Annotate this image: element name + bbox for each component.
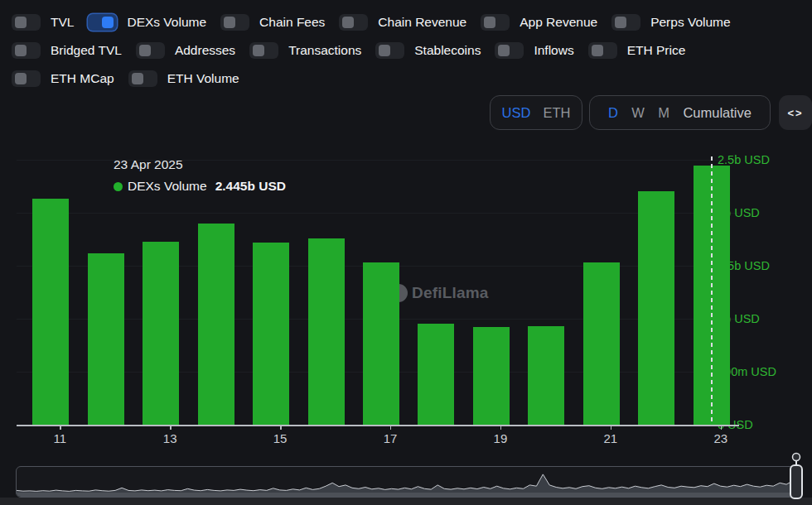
volume-bar-apr-21[interactable]: [583, 262, 620, 425]
option-usd[interactable]: USD: [497, 105, 536, 121]
defillama-watermark: DefiLlama: [389, 284, 489, 302]
toggle-switch-inflows[interactable]: [495, 42, 524, 59]
toggle-knob: [342, 17, 354, 28]
x-axis-tick: [721, 426, 723, 430]
toggle-switch-dexs-volume[interactable]: [88, 14, 117, 31]
crosshair-line: [711, 156, 713, 425]
metric-toggle-eth-volume: ETH Volume: [128, 70, 239, 87]
toggle-switch-transactions[interactable]: [249, 42, 278, 59]
chart-tooltip: 23 Apr 2025 DEXs Volume 2.445b USD: [114, 157, 286, 194]
tooltip-series-name: DEXs Volume: [128, 179, 207, 194]
navigator-right-handle-icon[interactable]: [787, 452, 805, 500]
option-eth[interactable]: ETH: [538, 105, 575, 121]
toggle-switch-addresses[interactable]: [136, 42, 165, 59]
toggle-knob: [15, 45, 27, 56]
volume-bar-apr-22[interactable]: [638, 191, 674, 425]
metric-toggle-eth-price: ETH Price: [588, 42, 686, 59]
toggle-knob: [224, 17, 235, 28]
volume-bar-apr-15[interactable]: [253, 243, 289, 425]
toggle-switch-chain-revenue[interactable]: [339, 14, 368, 31]
toggle-label-bridged-tvl: Bridged TVL: [51, 43, 122, 58]
toggle-label-perps-volume: Perps Volume: [650, 15, 731, 30]
toggle-knob: [15, 17, 27, 28]
toggle-label-chain-revenue: Chain Revenue: [378, 15, 466, 30]
x-axis-label-21: 21: [603, 431, 617, 445]
x-axis-tick: [60, 426, 61, 430]
metric-toggle-inflows: Inflows: [495, 42, 573, 59]
tooltip-value: 2.445b USD: [215, 179, 286, 194]
metric-toggles: TVLDEXs VolumeChain FeesChain RevenueApp…: [12, 12, 745, 97]
toggle-label-tvl: TVL: [51, 15, 74, 30]
range-navigator[interactable]: [16, 466, 801, 498]
x-axis-label-23: 23: [713, 431, 727, 445]
x-axis-tick: [500, 426, 502, 430]
volume-bar-apr-13[interactable]: [143, 242, 179, 425]
option-d[interactable]: D: [603, 105, 623, 121]
toggle-knob: [253, 45, 264, 56]
toggle-label-eth-mcap: ETH MCap: [51, 71, 114, 86]
volume-bar-apr-17[interactable]: [363, 262, 399, 425]
toggle-knob: [132, 73, 143, 84]
x-axis-tick: [390, 426, 392, 430]
x-axis-label-13: 13: [163, 431, 177, 445]
x-axis-tick: [280, 426, 282, 430]
volume-bar-apr-11[interactable]: [32, 199, 69, 425]
metric-toggle-dexs-volume: DEXs Volume: [88, 14, 206, 31]
x-axis-label-19: 19: [494, 431, 508, 445]
toggle-knob: [498, 45, 510, 56]
toggle-switch-eth-mcap[interactable]: [12, 70, 41, 87]
option-w[interactable]: W: [626, 105, 650, 121]
series-dot-icon: [114, 182, 123, 191]
toggle-knob: [615, 17, 626, 28]
volume-bar-apr-19[interactable]: [473, 327, 510, 425]
volume-bar-apr-18[interactable]: [418, 324, 454, 425]
metric-toggle-eth-mcap: ETH MCap: [12, 70, 114, 87]
y-axis-label-2-5b-usd: 2.5b USD: [718, 153, 770, 166]
metric-toggle-app-revenue: App Revenue: [481, 14, 597, 31]
metric-toggle-tvl: TVL: [12, 14, 74, 31]
volume-bar-apr-20[interactable]: [528, 326, 564, 425]
metric-toggle-stablecoins: Stablecoins: [375, 42, 481, 59]
toggle-switch-bridged-tvl[interactable]: [12, 42, 41, 59]
navigator-axis-band: [17, 493, 800, 497]
chart-controls: USDETH DWMCumulative <>: [0, 95, 812, 130]
x-axis-label-11: 11: [53, 431, 66, 445]
gridline: [17, 213, 739, 214]
toggle-switch-app-revenue[interactable]: [481, 14, 510, 31]
option-m[interactable]: M: [653, 105, 674, 121]
toggle-knob: [139, 45, 151, 56]
toggle-label-stablecoins: Stablecoins: [414, 43, 481, 58]
volume-bar-apr-14[interactable]: [198, 224, 234, 425]
option-cumulative[interactable]: Cumulative: [678, 105, 756, 121]
toggle-label-chain-fees: Chain Fees: [259, 15, 325, 30]
toggle-switch-perps-volume[interactable]: [611, 14, 640, 31]
metric-toggle-transactions: Transactions: [249, 42, 361, 59]
x-axis-line: [17, 425, 739, 426]
tooltip-date: 23 Apr 2025: [114, 157, 286, 172]
x-axis-label-17: 17: [384, 431, 398, 445]
navigator-sparkline: [17, 467, 800, 496]
x-axis-tick: [170, 426, 172, 430]
toggle-label-app-revenue: App Revenue: [520, 15, 597, 30]
embed-code-button[interactable]: <>: [779, 95, 812, 130]
metric-toggle-chain-revenue: Chain Revenue: [339, 14, 466, 31]
toggle-switch-eth-volume[interactable]: [128, 70, 157, 87]
toggle-knob: [15, 73, 27, 84]
dexs-volume-chart-panel: TVLDEXs VolumeChain FeesChain RevenueApp…: [0, 0, 812, 505]
metric-toggle-chain-fees: Chain Fees: [220, 14, 325, 31]
watermark-text: DefiLlama: [412, 284, 489, 302]
toggle-switch-stablecoins[interactable]: [375, 42, 404, 59]
horizontal-scrollbar-track[interactable]: [0, 498, 812, 505]
toggle-switch-eth-price[interactable]: [588, 42, 617, 59]
toggle-knob: [102, 17, 114, 28]
toggle-label-transactions: Transactions: [288, 43, 361, 58]
toggle-label-eth-price: ETH Price: [627, 43, 686, 58]
volume-bar-apr-16[interactable]: [308, 238, 345, 425]
interval-selector: DWMCumulative: [589, 95, 771, 130]
metric-toggle-perps-volume: Perps Volume: [611, 14, 731, 31]
toggle-switch-chain-fees[interactable]: [220, 14, 249, 31]
toggle-label-inflows: Inflows: [534, 43, 573, 58]
toggle-switch-tvl[interactable]: [12, 14, 41, 31]
x-axis-tick: [611, 426, 612, 430]
volume-bar-apr-12[interactable]: [88, 253, 124, 425]
